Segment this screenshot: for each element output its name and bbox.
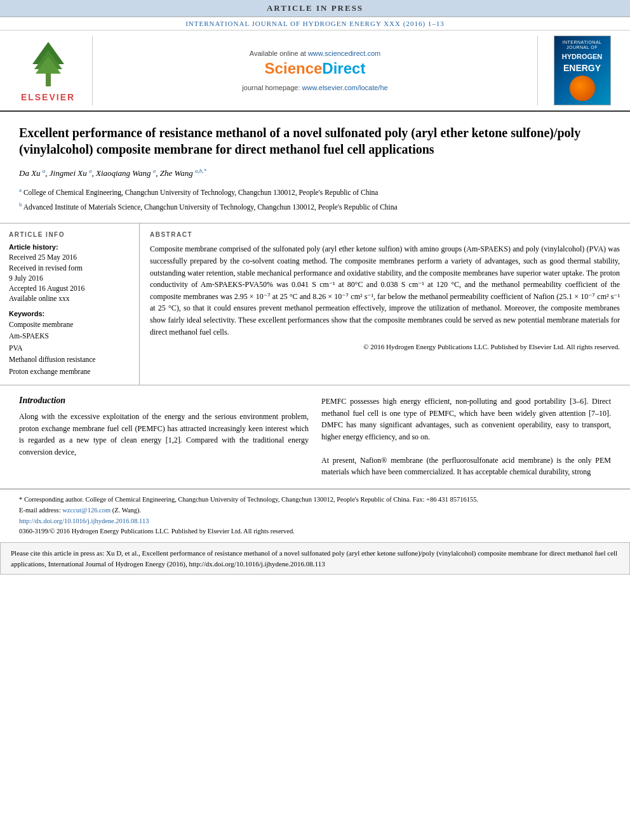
sciencedirect-area: Available online at www.sciencedirect.co… (99, 36, 531, 105)
corresponding-author-note: * Corresponding author. College of Chemi… (19, 495, 611, 505)
top-header: ELSEVIER Available online at www.science… (0, 30, 630, 112)
affiliation-a: a College of Chemical Engineering, Chang… (19, 186, 611, 198)
article-in-press-banner: ARTICLE IN PRESS (0, 0, 630, 17)
author-zhe-wang-affil: a,b,* (195, 168, 206, 174)
introduction-text-col2: PEMFC possesses high energy efficient, n… (321, 396, 611, 478)
author-da-xu-affil: a (43, 168, 46, 174)
email-suffix: (Z. Wang). (112, 507, 141, 514)
abstract-title: ABSTRACT (150, 231, 620, 238)
science-part: Science (265, 60, 323, 77)
received-date: Received 25 May 2016 (9, 252, 130, 262)
footnote-area: * Corresponding author. College of Chemi… (0, 489, 630, 542)
copyright-line: © 2016 Hydrogen Energy Publications LLC.… (150, 343, 620, 350)
citation-box: Please cite this article in press as: Xu… (0, 542, 630, 575)
article-title: Excellent performance of resistance meth… (19, 124, 611, 157)
author-da-xu: Da Xu (19, 168, 41, 178)
keywords-label: Keywords: (9, 310, 130, 317)
abstract-col: ABSTRACT Composite membrane comprised of… (140, 223, 630, 384)
available-online-text: Available online at www.sciencedirect.co… (250, 50, 380, 57)
introduction-col-right: PEMFC possesses high energy efficient, n… (321, 396, 611, 478)
author-xiaoqiang-wang: Xiaoqiang Wang (96, 168, 151, 178)
author-jingmei-xu: Jingmei Xu (50, 168, 87, 178)
journal-cover-circle-icon (570, 76, 595, 101)
abstract-text: Composite membrane comprised of the sulf… (150, 243, 620, 338)
article-info-title: ARTICLE INFO (9, 231, 130, 238)
journal-homepage-line: journal homepage: www.elsevier.com/locat… (242, 84, 387, 91)
introduction-text-col1: Along with the excessive exploitation of… (19, 411, 309, 458)
doi-link[interactable]: http://dx.doi.org/10.1016/j.ijhydene.201… (19, 517, 149, 524)
keywords-section: Keywords: Composite membrane Am-SPAEKS P… (9, 310, 130, 377)
authors-line: Da Xu a, Jingmei Xu a, Xiaoqiang Wang a,… (19, 168, 611, 178)
email-link[interactable]: wzccut@126.com (62, 507, 111, 514)
journal-cover-energy: ENERGY (563, 63, 601, 73)
email-label: E-mail address: (19, 507, 61, 514)
available-online-value: Available online xxx (9, 293, 130, 303)
direct-part: Direct (322, 60, 365, 77)
accepted-date: Accepted 16 August 2016 (9, 283, 130, 293)
journal-cover-area: International Journal of HYDROGEN ENERGY (537, 36, 620, 105)
sciencedirect-url-link[interactable]: www.sciencedirect.com (308, 50, 380, 57)
keyword-am-spaeks: Am-SPAEKS (9, 330, 130, 342)
history-label: Article history: (9, 243, 130, 251)
journal-homepage-label: journal homepage: (242, 84, 300, 91)
affiliation-b-text: Advanced Institute of Materials Science,… (23, 203, 398, 211)
keyword-methanol: Methanol diffusion resistance (9, 354, 130, 365)
keyword-proton: Proton exchange membrane (9, 366, 130, 377)
corresponding-author-text: * Corresponding author. College of Chemi… (19, 496, 478, 503)
introduction-col-left: Introduction Along with the excessive ex… (19, 396, 309, 478)
sciencedirect-logo: ScienceDirect (265, 60, 366, 77)
journal-cover: International Journal of HYDROGEN ENERGY (554, 36, 611, 105)
journal-cover-hydrogen: HYDROGEN (562, 53, 603, 60)
doi-line: http://dx.doi.org/10.1016/j.ijhydene.201… (19, 516, 611, 527)
email-line: E-mail address: wzccut@126.com (Z. Wang)… (19, 505, 611, 516)
article-info-col: ARTICLE INFO Article history: Received 2… (0, 223, 140, 384)
keyword-composite-membrane: Composite membrane (9, 319, 130, 330)
introduction-heading: Introduction (19, 396, 309, 406)
elsevier-tree-icon (23, 39, 74, 90)
affiliation-b: b Advanced Institute of Materials Scienc… (19, 201, 611, 213)
introduction-section: Introduction Along with the excessive ex… (0, 385, 630, 489)
journal-header-line: INTERNATIONAL JOURNAL OF HYDROGEN ENERGY… (0, 17, 630, 30)
journal-cover-intl: International Journal of (557, 40, 608, 51)
elsevier-label: ELSEVIER (21, 92, 75, 102)
author-zhe-wang: Zhe Wang (160, 168, 193, 178)
received-revised: Received in revised form9 July 2016 (9, 263, 130, 283)
keyword-pva: PVA (9, 342, 130, 354)
issn-line: 0360-3199/© 2016 Hydrogen Energy Publica… (19, 526, 611, 537)
available-online-label: Available online at (250, 50, 306, 57)
author-jingmei-xu-affil: a (89, 168, 92, 174)
two-col-section: ARTICLE INFO Article history: Received 2… (0, 223, 630, 385)
article-title-section: Excellent performance of resistance meth… (0, 112, 630, 223)
author-xiaoqiang-wang-affil: a (153, 168, 156, 174)
svg-rect-0 (46, 74, 51, 86)
elsevier-logo-area: ELSEVIER (10, 36, 93, 105)
affiliation-a-text: College of Chemical Engineering, Changch… (23, 189, 379, 196)
journal-homepage-link[interactable]: www.elsevier.com/locate/he (302, 84, 388, 91)
